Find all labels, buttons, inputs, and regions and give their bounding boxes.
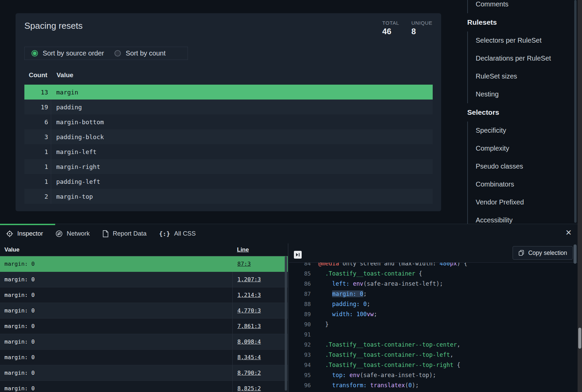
declaration-row[interactable]: margin: 01,214:3 — [0, 287, 288, 303]
line-number: 89 — [289, 311, 318, 318]
code-scrollbar-thumb[interactable] — [574, 244, 577, 264]
code-line: 89 width: 100vw; — [289, 309, 582, 319]
sidebar-group-header: Rulesets — [467, 13, 573, 31]
sidebar-item-pseudo-classes[interactable]: Pseudo classes — [468, 157, 573, 175]
declaration-row[interactable]: margin: 08,345:4 — [0, 350, 288, 365]
tab-network-label: Network — [67, 230, 90, 237]
tab-all-css-label: All CSS — [174, 230, 196, 237]
line-link[interactable]: 7,861:3 — [237, 323, 261, 329]
value-cell: margin-left — [51, 144, 433, 159]
code-token — [367, 382, 370, 389]
line-link[interactable]: 4,770:3 — [237, 307, 261, 314]
declaration-row[interactable]: margin: 01,207:3 — [0, 272, 288, 287]
line-number: 87 — [289, 291, 318, 297]
line-number: 85 — [289, 270, 318, 277]
code-token: only screen and (max-width: — [339, 263, 439, 267]
tab-network[interactable]: Network — [56, 230, 90, 237]
line-number: 86 — [289, 281, 318, 287]
stats: TOTAL 46 UNIQUE 8 — [382, 20, 432, 36]
css-analyzer-app: { "card": { "title": "Spacing resets", "… — [0, 0, 582, 392]
code-line: 93 .Toastify__toast-container--top-left, — [289, 350, 582, 360]
code-token — [318, 290, 332, 297]
declaration-line-cell: 7,861:3 — [232, 319, 288, 334]
declaration-line-cell: 8,345:4 — [232, 350, 288, 365]
line-link[interactable]: 1,214:3 — [237, 292, 261, 298]
window-scrollbar[interactable] — [578, 0, 582, 392]
declaration-row[interactable]: margin: 087:3 — [0, 256, 288, 272]
decl-line-header[interactable]: Line — [232, 243, 288, 256]
code-text: } — [318, 321, 329, 328]
value-cell: margin-right — [51, 159, 433, 174]
declaration-value: margin: 0 — [0, 303, 232, 318]
code-line: 88 padding: 0; — [289, 299, 582, 309]
sidebar-item-vendor-prefixed[interactable]: Vendor Prefixed — [468, 193, 573, 211]
value-cell: padding-left — [51, 174, 433, 189]
declarations-scrollbar-thumb[interactable] — [285, 256, 287, 391]
spacing-table-row[interactable]: 3padding-block — [24, 129, 433, 144]
spacing-table-row[interactable]: 1padding-left — [24, 174, 433, 189]
spacing-table-row[interactable]: 2margin-top — [24, 189, 433, 204]
line-link[interactable]: 1,207:3 — [237, 276, 261, 283]
code-token: .Toastify__toast-container--top-center — [318, 341, 457, 348]
expand-panel-button[interactable] — [294, 251, 302, 259]
spacing-table-row[interactable]: 19padding — [24, 100, 433, 114]
sidebar-item-comments[interactable]: Comments — [468, 0, 573, 13]
line-number: 88 — [289, 301, 318, 307]
value-column-header: Value — [57, 71, 73, 79]
count-cell: 1 — [24, 174, 51, 189]
declaration-line-cell: 8,790:2 — [232, 365, 288, 380]
spacing-table-row[interactable]: 1margin-left — [24, 144, 433, 159]
code-token: .Toastify__toast-container--top-right — [318, 362, 453, 368]
sidebar-item-complexity[interactable]: Complexity — [468, 139, 573, 157]
copy-selection-button[interactable]: Copy selection — [513, 246, 573, 260]
spacing-table-row[interactable]: 13margin — [24, 85, 433, 100]
code-text: left: env(safe-area-inset-left); — [318, 280, 443, 287]
declaration-value: margin: 0 — [0, 334, 232, 349]
code-token: px — [450, 263, 457, 267]
tab-inspector[interactable]: Inspector — [6, 230, 43, 237]
declarations-rows: margin: 087:3margin: 01,207:3margin: 01,… — [0, 256, 288, 392]
spacing-table-row[interactable]: 6margin-bottom — [24, 114, 433, 129]
close-panel-icon[interactable]: ✕ — [565, 229, 572, 237]
declaration-value: margin: 0 — [0, 350, 232, 365]
network-arrows-icon — [56, 230, 63, 237]
line-number: 93 — [289, 352, 318, 358]
code-text: margin: 0; — [318, 290, 367, 297]
declaration-line-cell: 4,770:3 — [232, 303, 288, 318]
declaration-row[interactable]: margin: 04,770:3 — [0, 303, 288, 319]
declaration-row[interactable]: margin: 08,825:2 — [0, 381, 288, 392]
declaration-value: margin: 0 — [0, 287, 232, 303]
declaration-row[interactable]: margin: 08,098:4 — [0, 334, 288, 350]
inspector-target-icon — [6, 230, 13, 237]
tab-all-css[interactable]: {:} All CSS — [159, 230, 196, 237]
tab-report-data[interactable]: Report Data — [102, 230, 147, 237]
sort-by-count-radio[interactable]: Sort by count — [114, 49, 166, 57]
sidebar-item-specificity[interactable]: Specificity — [468, 122, 573, 139]
declaration-row[interactable]: margin: 07,861:3 — [0, 319, 288, 334]
code-toolbar: Copy selection — [289, 243, 582, 263]
sidebar-item-nesting[interactable]: Nesting — [468, 85, 573, 103]
spacing-table-row[interactable]: 1margin-right — [24, 159, 433, 174]
sidebar-item-selectors-per-ruleset[interactable]: Selectors per RuleSet — [468, 31, 573, 49]
window-scrollbar-thumb[interactable] — [578, 328, 581, 349]
line-link[interactable]: 8,825:2 — [237, 385, 261, 392]
line-link[interactable]: 87:3 — [237, 261, 251, 267]
declaration-value: margin: 0 — [0, 365, 232, 380]
value-cell: padding-block — [51, 129, 433, 144]
sidebar-item-declarations-per-ruleset[interactable]: Declarations per RuleSet — [468, 49, 573, 67]
declaration-line-cell: 87:3 — [232, 256, 288, 271]
sidebar-item-combinators[interactable]: Combinators — [468, 175, 573, 193]
line-link[interactable]: 8,098:4 — [237, 339, 261, 345]
code-token — [318, 311, 332, 318]
line-link[interactable]: 8,790:2 — [237, 370, 261, 376]
sidebar-group-items: SpecificityComplexityPseudo classesCombi… — [467, 122, 573, 229]
sort-by-source-order-radio[interactable]: Sort by source order — [31, 49, 104, 57]
sidebar-scrollbar-thumb[interactable] — [574, 0, 577, 223]
stat-total: TOTAL 46 — [382, 20, 399, 36]
code-line: 85 .Toastify__toast-container { — [289, 268, 582, 279]
declaration-line-cell: 1,207:3 — [232, 272, 288, 287]
declaration-row[interactable]: margin: 08,790:2 — [0, 365, 288, 381]
code-line: 92 .Toastify__toast-container--top-cente… — [289, 340, 582, 350]
sidebar-item-ruleset-sizes[interactable]: RuleSet sizes — [468, 67, 573, 85]
line-link[interactable]: 8,345:4 — [237, 354, 261, 361]
